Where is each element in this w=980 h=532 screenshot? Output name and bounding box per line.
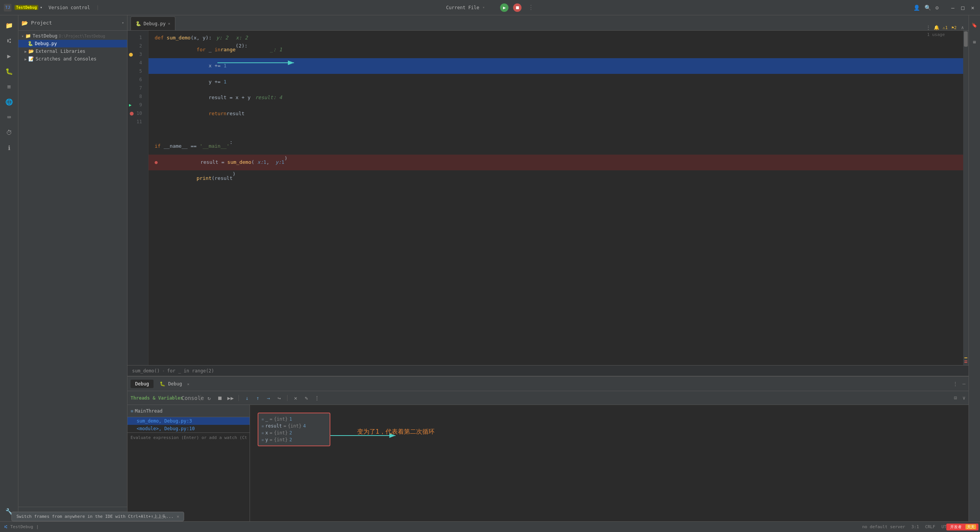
maximize-button[interactable]: □ [959, 4, 966, 11]
breadcrumb-func: sum_demo() [132, 368, 160, 374]
evaluate-input[interactable] [131, 435, 247, 440]
code-line-7 [155, 122, 963, 130]
scroll-thumb[interactable] [964, 31, 968, 47]
debug-panel-minimize[interactable]: — [962, 381, 965, 387]
search-icon[interactable]: 🔍 [924, 5, 931, 11]
frame-name-2: <module>, Debug.py:10 [137, 426, 195, 431]
frame-item-2[interactable]: <module>, Debug.py:10 [127, 425, 250, 432]
tab-close-icon[interactable]: ✕ [168, 21, 170, 26]
line-7: 7 [127, 84, 145, 93]
editor-arrow-svg [217, 59, 302, 67]
debug-toolbar: Threads & Variables Console ↻ ⏹ ▶▶ ↓ ↑ →… [127, 391, 969, 405]
right-sidebar: 🔖 ⊞ [969, 15, 980, 521]
debug-btn-run-to-cursor[interactable]: ↪ [275, 394, 283, 402]
git-branch[interactable]: TestDebug [10, 524, 33, 529]
var-row-x: ≡ x = {int} 2 [261, 429, 327, 436]
frame-item-1[interactable]: sum_demo, Debug.py:3 [127, 417, 250, 425]
editor-tab-debugpy[interactable]: 🐍 Debug.py ✕ [131, 16, 175, 30]
var-row-underscore: ≡ _ = {int} 1 [261, 416, 327, 423]
var-icon-result: ≡ [261, 424, 264, 428]
tree-item-debugpy[interactable]: 🐍 Debug.py [18, 40, 127, 47]
debug-panel-expand-icon[interactable]: ⊡ [954, 395, 957, 401]
minimize-button[interactable]: — [949, 4, 956, 11]
breadcrumb: sum_demo() › for _ in range(2) [127, 365, 969, 376]
run-button[interactable]: ▶ [500, 3, 509, 12]
line-8: 8 [127, 93, 145, 101]
bottom-panel: Debug 🐛 Debug ✕ ⋮ — Threads & Variables … [127, 376, 969, 521]
status-server: no default server [862, 524, 905, 529]
debug-btn-step-out[interactable]: → [264, 394, 273, 402]
line-5: 5 [127, 67, 145, 76]
debug-panel-overflow[interactable]: ⋮ [953, 381, 958, 387]
sidebar-icon-terminal[interactable]: ⌨ [2, 110, 16, 124]
code-editor: 1 2 3 4 5 6 7 8 9 ▶ 10 11 [127, 31, 969, 365]
debug-tab-1[interactable]: Debug [131, 380, 154, 388]
title-center: Current File ▾ ▶ ⏹ ⋮ [446, 3, 534, 12]
debug-toolbar-sep-2 [238, 395, 239, 401]
sidebar-icon-layers[interactable]: ≡ [2, 80, 16, 93]
status-bar: ⑆ TestDebug | Switch frames from anywher… [0, 521, 980, 532]
left-sidebar: 📁 ⑆ ▶ 🐛 ≡ 🌐 ⌨ ⏱ ℹ 🔧 [0, 15, 18, 521]
stop-button[interactable]: ⏹ [513, 3, 522, 12]
debug-tab-2[interactable]: 🐛 Debug ✕ [155, 380, 194, 388]
var-icon-y: ≡ [261, 438, 264, 442]
sidebar-icon-history[interactable]: ⏱ [2, 126, 16, 139]
notification-close[interactable]: ✕ [177, 514, 180, 519]
tree-item-external-libs[interactable]: ▶ 📂 External Libraries [18, 47, 127, 55]
play-indicator-9: ▶ [129, 102, 132, 109]
debug-btn-step-over[interactable]: ↓ [243, 394, 251, 402]
debug-btn-edit[interactable]: ✎ [302, 394, 310, 402]
debug-btn-console[interactable]: Console [188, 394, 197, 402]
warning-badge: ⚠1 [942, 25, 947, 30]
debug-panel-down-icon[interactable]: ∨ [962, 395, 965, 401]
threads-header: ≡ MainThread [127, 405, 250, 417]
menu-item-testdebug[interactable]: TestDebug ▾ [15, 5, 42, 10]
debug-tab-close[interactable]: ✕ [187, 382, 189, 386]
expand-icon[interactable]: ∧ [961, 25, 964, 30]
debug-arrow [250, 405, 969, 521]
debug-btn-resume[interactable]: ▶▶ [226, 394, 235, 402]
var-row-result: ≡ result = {int} 4 [261, 423, 327, 429]
debug-btn-more[interactable]: ⋮ [313, 394, 321, 402]
breadcrumb-sep: › [162, 368, 165, 374]
menu-item-version-control[interactable]: Version control [49, 5, 90, 10]
tab-overflow-icon[interactable]: ⋮ [926, 25, 931, 30]
status-spacer: | [36, 524, 39, 529]
tree-item-scratches[interactable]: ▶ 📝 Scratches and Consoles [18, 55, 127, 63]
user-icon[interactable]: 👤 [913, 5, 920, 11]
var-icon-x: ≡ [261, 431, 264, 435]
right-sidebar-structure[interactable]: ⊞ [968, 35, 980, 49]
current-file-label: Current File [446, 5, 479, 10]
sidebar-icon-folder[interactable]: 📁 [2, 18, 16, 32]
debug-toolbar-sep-3 [287, 395, 287, 401]
window-controls: — □ ✕ [949, 4, 976, 11]
watermark: 开发者 天天 [946, 524, 978, 530]
debug-btn-step-into[interactable]: ↑ [253, 394, 262, 402]
debug-icon: 🐛 [160, 381, 165, 387]
sidebar-icon-info[interactable]: ℹ [2, 141, 16, 155]
tree-item-testdebug[interactable]: ▾ 📁 TestDebug D:\Project\TestDebug [18, 32, 127, 40]
sidebar-icon-commit[interactable]: ⑆ [2, 34, 16, 47]
tab-bell-icon[interactable]: 🔔 [934, 25, 939, 30]
close-button[interactable]: ✕ [969, 4, 976, 11]
editor-scrollbar[interactable] [963, 31, 969, 365]
editor-area: 🐍 Debug.py ✕ ⋮ 🔔 ⚠1 ⚑2 ∧ 1 2 3 [127, 15, 969, 521]
sidebar-icon-debug[interactable]: 🐛 [2, 64, 16, 78]
right-sidebar-bookmark[interactable]: 🔖 [968, 18, 980, 32]
sidebar-icon-globe[interactable]: 🌐 [2, 95, 16, 109]
settings-icon[interactable]: ⚙ [936, 5, 939, 11]
code-line-1: def sum_demo(x, y): y: 2 x: 2 [155, 34, 963, 42]
variables-popup: ≡ _ = {int} 1 ≡ result = {int} 4 [258, 413, 330, 446]
app-icon: TJ [4, 4, 11, 11]
notification-text: Switch frames from anywhere in the IDE w… [16, 514, 174, 519]
main-layout: 📁 ⑆ ▶ 🐛 ≡ 🌐 ⌨ ⏱ ℹ 🔧 📂 Project ▾ ▾ 📁 Test… [0, 15, 980, 521]
status-position: 3:1 [911, 524, 919, 529]
debug-btn-rerun[interactable]: ↻ [205, 394, 213, 402]
sidebar-icon-run[interactable]: ▶ [2, 49, 16, 63]
notification-bar: Switch frames from anywhere in the IDE w… [11, 512, 184, 521]
code-content[interactable]: 1 usage def sum_demo(x, y): y: 2 x: 2 fo… [149, 31, 963, 365]
debug-btn-stop[interactable]: ⏹ [216, 394, 224, 402]
debug-btn-mute[interactable]: ✕ [291, 394, 300, 402]
py-file-icon: 🐍 [136, 21, 141, 26]
line-10: 10 [127, 109, 145, 118]
